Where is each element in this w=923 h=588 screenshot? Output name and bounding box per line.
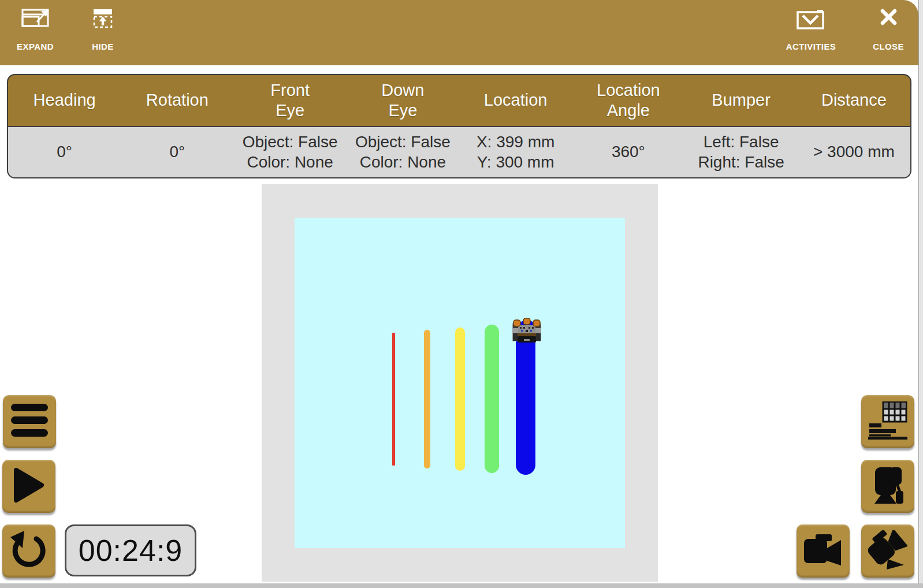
hide-icon [93,9,113,31]
table-header-row: Heading Rotation Front Eye Down Eye Loca… [7,74,911,126]
red-line [392,333,395,466]
value-down-eye: Object: False Color: None [347,127,459,177]
table-value-row: 0° 0° Object: False Color: None Object: … [7,126,911,178]
green-line [485,325,499,473]
camera-view-button[interactable] [797,524,850,578]
activities-icon [797,9,825,32]
device-icon [869,466,906,507]
camera-angle-button[interactable] [861,524,914,578]
value-rotation: 0° [121,127,233,177]
reset-icon [9,530,49,572]
sensor-dashboard: Heading Rotation Front Eye Down Eye Loca… [7,74,911,178]
value-location: X: 399 mm Y: 300 mm [459,127,572,177]
reset-button[interactable] [2,524,55,578]
value-distance: > 3000 mm [798,127,910,177]
topbar: EXPAND HIDE ACTIVITIES [0,0,918,65]
value-location-angle: 360° [572,127,684,177]
expand-label: EXPAND [17,42,54,51]
tilted-camera-icon [868,530,907,572]
yellow-line [455,328,465,471]
close-button[interactable]: CLOSE [865,9,911,51]
column-header-location-angle: Location Angle [572,75,684,126]
hide-button[interactable]: HIDE [78,9,128,51]
playground-container [262,184,658,582]
timer-display: 00:24:9 [65,524,196,576]
device-view-button[interactable] [861,460,914,513]
column-header-heading: Heading [8,75,121,126]
video-camera-icon [804,533,842,569]
column-header-front-eye: Front Eye [234,75,347,126]
vexcode-vr-window: EXPAND HIDE ACTIVITIES [0,0,918,583]
dashboard-table-icon [868,401,907,442]
play-button[interactable] [2,460,55,513]
orange-line [424,330,430,468]
activities-button[interactable]: ACTIVITIES [778,9,844,51]
robot [512,318,541,345]
close-label: CLOSE [873,42,904,51]
value-front-eye: Object: False Color: None [234,127,347,177]
column-header-bumper: Bumper [685,75,798,126]
column-header-distance: Distance [798,75,910,126]
menu-icon [11,404,48,440]
play-icon [13,467,45,506]
value-bumper: Left: False Right: False [685,127,798,177]
column-header-rotation: Rotation [121,75,233,126]
playground-field [295,218,625,548]
sensor-dashboard-toggle-button[interactable] [861,395,914,448]
column-header-down-eye: Down Eye [347,75,459,126]
column-header-location: Location [459,75,572,126]
scrollbar-track[interactable] [918,0,923,583]
expand-icon [21,9,49,30]
hide-label: HIDE [92,42,113,51]
value-heading: 0° [8,127,121,177]
activities-label: ACTIVITIES [786,42,836,51]
close-icon [880,9,897,28]
menu-button[interactable] [3,395,56,448]
expand-button[interactable]: EXPAND [10,9,60,51]
